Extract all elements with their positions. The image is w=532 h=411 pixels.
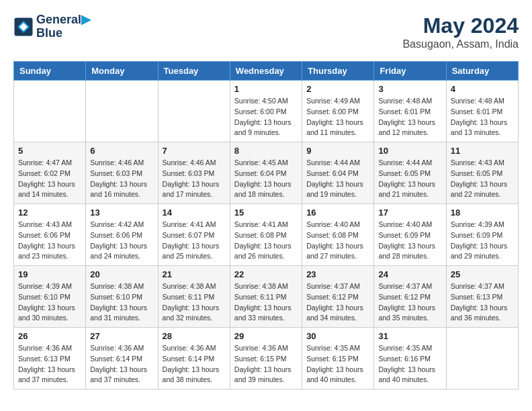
week-row-2: 5Sunrise: 4:47 AMSunset: 6:02 PMDaylight…: [14, 142, 519, 204]
weekday-header-monday: Monday: [86, 62, 158, 81]
day-info: Sunrise: 4:43 AMSunset: 6:06 PMDaylight:…: [18, 220, 81, 262]
calendar-cell: 27Sunrise: 4:36 AMSunset: 6:14 PMDayligh…: [86, 328, 158, 390]
day-info: Sunrise: 4:48 AMSunset: 6:01 PMDaylight:…: [451, 96, 514, 138]
day-number: 23: [306, 269, 369, 279]
calendar-cell: 18Sunrise: 4:39 AMSunset: 6:09 PMDayligh…: [446, 204, 518, 266]
calendar-cell: 17Sunrise: 4:40 AMSunset: 6:09 PMDayligh…: [374, 204, 446, 266]
day-info: Sunrise: 4:38 AMSunset: 6:11 PMDaylight:…: [234, 281, 298, 324]
day-info: Sunrise: 4:39 AMSunset: 6:09 PMDaylight:…: [451, 220, 514, 262]
weekday-header-tuesday: Tuesday: [158, 62, 230, 81]
day-number: 21: [163, 269, 226, 279]
day-info: Sunrise: 4:37 AMSunset: 6:12 PMDaylight:…: [306, 281, 369, 324]
calendar-cell: 14Sunrise: 4:41 AMSunset: 6:07 PMDayligh…: [158, 204, 230, 266]
day-info: Sunrise: 4:40 AMSunset: 6:08 PMDaylight:…: [306, 220, 369, 262]
day-info: Sunrise: 4:35 AMSunset: 6:16 PMDaylight:…: [378, 343, 441, 385]
day-number: 13: [90, 208, 153, 218]
day-number: 4: [451, 84, 514, 94]
day-info: Sunrise: 4:47 AMSunset: 6:02 PMDaylight:…: [18, 158, 81, 200]
day-number: 17: [378, 208, 441, 218]
day-number: 6: [90, 146, 153, 156]
day-number: 29: [234, 331, 298, 341]
weekday-header-friday: Friday: [374, 62, 446, 81]
day-info: Sunrise: 4:50 AMSunset: 6:00 PMDaylight:…: [234, 96, 298, 138]
calendar-cell: 4Sunrise: 4:48 AMSunset: 6:01 PMDaylight…: [446, 81, 518, 142]
month-year-title: May 2024: [402, 13, 519, 38]
day-info: Sunrise: 4:38 AMSunset: 6:10 PMDaylight:…: [90, 281, 153, 324]
calendar-cell: 7Sunrise: 4:46 AMSunset: 6:03 PMDaylight…: [158, 142, 230, 204]
day-number: 8: [234, 146, 298, 156]
day-number: 20: [90, 269, 153, 279]
logo-text: General▶ Blue: [36, 13, 91, 40]
day-number: 10: [378, 146, 441, 156]
day-info: Sunrise: 4:44 AMSunset: 6:05 PMDaylight:…: [378, 158, 441, 200]
weekday-header-thursday: Thursday: [302, 62, 374, 81]
calendar-cell: 29Sunrise: 4:36 AMSunset: 6:15 PMDayligh…: [230, 328, 302, 390]
day-info: Sunrise: 4:37 AMSunset: 6:13 PMDaylight:…: [451, 281, 514, 324]
day-info: Sunrise: 4:43 AMSunset: 6:05 PMDaylight:…: [451, 158, 514, 200]
day-number: 1: [234, 84, 298, 94]
week-row-5: 26Sunrise: 4:36 AMSunset: 6:13 PMDayligh…: [14, 328, 519, 390]
day-number: 16: [306, 208, 369, 218]
page-header: General▶ Blue May 2024 Basugaon, Assam, …: [13, 13, 519, 50]
week-row-1: 1Sunrise: 4:50 AMSunset: 6:00 PMDaylight…: [14, 81, 519, 142]
calendar-cell: 16Sunrise: 4:40 AMSunset: 6:08 PMDayligh…: [302, 204, 374, 266]
logo-icon: [13, 17, 34, 37]
calendar-cell: 1Sunrise: 4:50 AMSunset: 6:00 PMDaylight…: [230, 81, 302, 142]
calendar-cell: 31Sunrise: 4:35 AMSunset: 6:16 PMDayligh…: [374, 328, 446, 390]
calendar-cell: 20Sunrise: 4:38 AMSunset: 6:10 PMDayligh…: [86, 266, 158, 328]
day-info: Sunrise: 4:39 AMSunset: 6:10 PMDaylight:…: [18, 281, 81, 324]
day-info: Sunrise: 4:37 AMSunset: 6:12 PMDaylight:…: [378, 281, 441, 324]
day-number: 15: [234, 208, 298, 218]
day-number: 5: [18, 146, 81, 156]
day-number: 18: [451, 208, 514, 218]
weekday-header-row: SundayMondayTuesdayWednesdayThursdayFrid…: [14, 62, 519, 81]
calendar-cell: 2Sunrise: 4:49 AMSunset: 6:00 PMDaylight…: [302, 81, 374, 142]
calendar-cell: 10Sunrise: 4:44 AMSunset: 6:05 PMDayligh…: [374, 142, 446, 204]
day-number: 12: [18, 208, 81, 218]
day-info: Sunrise: 4:41 AMSunset: 6:07 PMDaylight:…: [163, 220, 226, 262]
day-number: 26: [18, 331, 81, 341]
day-info: Sunrise: 4:38 AMSunset: 6:11 PMDaylight:…: [163, 281, 226, 324]
day-number: 30: [306, 331, 369, 341]
day-number: 31: [378, 331, 441, 341]
weekday-header-wednesday: Wednesday: [230, 62, 302, 81]
calendar-cell: 19Sunrise: 4:39 AMSunset: 6:10 PMDayligh…: [14, 266, 86, 328]
calendar-cell: [86, 81, 158, 142]
location-label: Basugaon, Assam, India: [402, 38, 519, 50]
calendar-cell: 5Sunrise: 4:47 AMSunset: 6:02 PMDaylight…: [14, 142, 86, 204]
day-info: Sunrise: 4:44 AMSunset: 6:04 PMDaylight:…: [306, 158, 369, 200]
day-info: Sunrise: 4:49 AMSunset: 6:00 PMDaylight:…: [306, 96, 369, 138]
day-number: 28: [163, 331, 226, 341]
day-info: Sunrise: 4:36 AMSunset: 6:14 PMDaylight:…: [163, 343, 226, 385]
calendar-cell: 15Sunrise: 4:41 AMSunset: 6:08 PMDayligh…: [230, 204, 302, 266]
week-row-3: 12Sunrise: 4:43 AMSunset: 6:06 PMDayligh…: [14, 204, 519, 266]
day-number: 7: [163, 146, 226, 156]
day-number: 9: [306, 146, 369, 156]
day-number: 19: [18, 269, 81, 279]
day-info: Sunrise: 4:35 AMSunset: 6:15 PMDaylight:…: [306, 343, 369, 385]
calendar-table: SundayMondayTuesdayWednesdayThursdayFrid…: [13, 61, 519, 390]
calendar-cell: 30Sunrise: 4:35 AMSunset: 6:15 PMDayligh…: [302, 328, 374, 390]
day-info: Sunrise: 4:36 AMSunset: 6:14 PMDaylight:…: [90, 343, 153, 385]
day-info: Sunrise: 4:46 AMSunset: 6:03 PMDaylight:…: [163, 158, 226, 200]
weekday-header-sunday: Sunday: [14, 62, 86, 81]
calendar-cell: 13Sunrise: 4:42 AMSunset: 6:06 PMDayligh…: [86, 204, 158, 266]
day-number: 3: [378, 84, 441, 94]
calendar-cell: [446, 328, 518, 390]
logo: General▶ Blue: [13, 13, 91, 40]
day-number: 22: [234, 269, 298, 279]
calendar-cell: 6Sunrise: 4:46 AMSunset: 6:03 PMDaylight…: [86, 142, 158, 204]
day-number: 24: [378, 269, 441, 279]
calendar-cell: [14, 81, 86, 142]
calendar-cell: 12Sunrise: 4:43 AMSunset: 6:06 PMDayligh…: [14, 204, 86, 266]
calendar-cell: [158, 81, 230, 142]
day-info: Sunrise: 4:46 AMSunset: 6:03 PMDaylight:…: [90, 158, 153, 200]
weekday-header-saturday: Saturday: [446, 62, 518, 81]
day-info: Sunrise: 4:36 AMSunset: 6:15 PMDaylight:…: [234, 343, 298, 385]
day-info: Sunrise: 4:36 AMSunset: 6:13 PMDaylight:…: [18, 343, 81, 385]
calendar-cell: 11Sunrise: 4:43 AMSunset: 6:05 PMDayligh…: [446, 142, 518, 204]
calendar-cell: 22Sunrise: 4:38 AMSunset: 6:11 PMDayligh…: [230, 266, 302, 328]
day-info: Sunrise: 4:40 AMSunset: 6:09 PMDaylight:…: [378, 220, 441, 262]
title-block: May 2024 Basugaon, Assam, India: [402, 13, 519, 50]
calendar-cell: 9Sunrise: 4:44 AMSunset: 6:04 PMDaylight…: [302, 142, 374, 204]
